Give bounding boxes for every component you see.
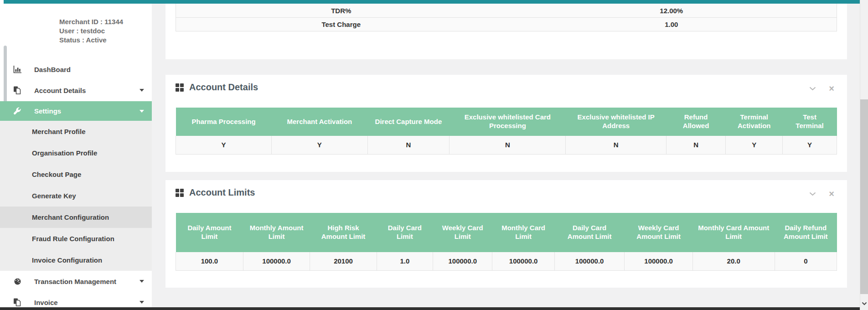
top-accent-bar — [4, 0, 860, 4]
cell-value: 20.0 — [692, 252, 775, 270]
cell-value: 0 — [775, 252, 837, 270]
submenu-item-checkout-page[interactable]: Checkout Page — [0, 164, 152, 185]
merchant-status-text: Status : Active — [59, 36, 123, 45]
column-header: Pharma Processing — [176, 108, 272, 136]
submenu-item-merchant-profile[interactable]: Merchant Profile — [0, 121, 152, 142]
sidebar-item-label: Transaction Management — [34, 278, 116, 285]
submenu-item-organisation-profile[interactable]: Organisation Profile — [0, 142, 152, 164]
column-header: Refund Allowed — [666, 108, 726, 136]
cell-value: 1.0 — [377, 252, 433, 270]
grid-icon — [176, 83, 184, 92]
vertical-scrollbar-thumb[interactable] — [860, 99, 868, 294]
panel-header: Account Limits × — [165, 180, 847, 203]
table-header-row: Pharma Processing Merchant Activation Di… — [176, 108, 837, 136]
cell-value: Y — [272, 136, 367, 154]
documents-icon — [13, 298, 22, 306]
cell-value: N — [450, 136, 566, 154]
panel-title-row: Account Details — [176, 82, 837, 93]
column-header: High Risk Amount Limit — [310, 213, 377, 252]
wrench-icon — [13, 107, 22, 115]
main-content: TDR% 12.00% Test Charge 1.00 Account Det… — [152, 4, 860, 307]
submenu-item-merchant-configuration[interactable]: Merchant Configuration — [0, 207, 152, 228]
column-header: Weekly Card Amount Limit — [625, 213, 692, 252]
submenu-item-fraud-rule-configuration[interactable]: Fraud Rule Configuration — [0, 228, 152, 249]
account-limits-table: Daily Amount Limit Monthly Amount Limit … — [176, 213, 837, 271]
merchant-config-top-section: TDR% 12.00% Test Charge 1.00 — [165, 4, 847, 59]
sidebar-item-transaction-management[interactable]: Transaction Management — [0, 271, 152, 292]
cell-value: N — [566, 136, 666, 154]
chevron-down-icon — [140, 301, 144, 304]
submenu-item-generate-key[interactable]: Generate Key — [0, 185, 152, 207]
account-details-table: Pharma Processing Merchant Activation Di… — [176, 108, 837, 155]
config-row-value: 1.00 — [506, 18, 837, 31]
close-icon[interactable]: × — [829, 189, 834, 198]
collapse-chevron-icon[interactable] — [809, 190, 816, 197]
cell-value: 100.0 — [176, 252, 243, 270]
cell-value: N — [367, 136, 450, 154]
vertical-scrollbar[interactable] — [860, 0, 868, 310]
account-details-panel: Account Details × Pharma Processing Merc… — [165, 75, 847, 172]
sidebar-item-account-details[interactable]: Account Details — [0, 80, 152, 101]
panel-actions: × — [809, 189, 834, 198]
cell-value: 100000.0 — [492, 252, 554, 270]
submenu-item-invoice-configuration[interactable]: Invoice Configuration — [0, 249, 152, 271]
column-header: Daily Card Amount Limit — [554, 213, 625, 252]
panel-header: Account Details × — [165, 75, 847, 98]
column-header: Exclusive whitelisted IP Address — [566, 108, 666, 136]
table-header-row: Daily Amount Limit Monthly Amount Limit … — [176, 213, 837, 252]
column-header: Monthly Card Amount Limit — [692, 213, 775, 252]
table-row: Test Charge 1.00 — [176, 17, 837, 31]
column-header: Daily Card Limit — [377, 213, 433, 252]
sidebar-item-label: Settings — [34, 107, 61, 115]
merchant-user-text: User : testdoc — [59, 26, 123, 36]
chevron-down-icon — [140, 110, 144, 113]
config-row-value: 12.00% — [506, 4, 837, 17]
sidebar-item-settings[interactable]: Settings — [0, 101, 152, 121]
column-header: Daily Refund Amount Limit — [775, 213, 837, 252]
sidebar-item-dashboard[interactable]: DashBoard — [0, 59, 152, 80]
chevron-down-icon — [140, 280, 144, 283]
sidebar-item-label: Invoice — [34, 299, 58, 306]
column-header: Weekly Card Limit — [433, 213, 492, 252]
merchant-id-text: Merchant ID : 11344 — [59, 17, 123, 26]
collapse-chevron-icon[interactable] — [809, 85, 816, 92]
column-header: Merchant Activation — [272, 108, 367, 136]
column-header: Test Terminal — [783, 108, 837, 136]
table-row: TDR% 12.00% — [176, 4, 837, 17]
page-title: Account Limits — [189, 187, 255, 198]
sidebar-item-label: DashBoard — [34, 66, 71, 73]
cell-value: 100000.0 — [554, 252, 625, 270]
panel-title-row: Account Limits — [176, 187, 837, 198]
sidebar-item-label: Account Details — [34, 87, 86, 94]
bar-chart-icon — [13, 65, 22, 73]
cell-value: Y — [783, 136, 837, 154]
column-header: Exclusive whitelisted Card Processing — [450, 108, 566, 136]
sidebar: Merchant ID : 11344 User : testdoc Statu… — [0, 4, 152, 307]
page-title: Account Details — [189, 82, 258, 93]
config-row-label: TDR% — [176, 4, 506, 17]
cell-value: Y — [726, 136, 783, 154]
cell-value: 20100 — [310, 252, 377, 270]
settings-submenu: Merchant Profile Organisation Profile Ch… — [0, 121, 152, 271]
column-header: Daily Amount Limit — [176, 213, 243, 252]
config-values-table: TDR% 12.00% Test Charge 1.00 — [176, 4, 837, 31]
column-header: Direct Capture Mode — [367, 108, 450, 136]
panel-actions: × — [809, 84, 834, 93]
account-limits-panel: Account Limits × Daily Amount Limit Mont… — [165, 180, 847, 288]
merchant-info: Merchant ID : 11344 User : testdoc Statu… — [59, 17, 123, 45]
cell-value: 100000.0 — [625, 252, 692, 270]
close-icon[interactable]: × — [829, 84, 834, 93]
cell-value: N — [666, 136, 726, 154]
column-header: Monthly Amount Limit — [243, 213, 310, 252]
column-header: Terminal Activation — [726, 108, 783, 136]
cell-value: 100000.0 — [243, 252, 310, 270]
column-header: Monthly Card Limit — [492, 213, 554, 252]
chevron-down-icon — [140, 89, 144, 92]
grid-icon — [176, 189, 184, 197]
cell-value: Y — [176, 136, 272, 154]
table-row: 100.0 100000.0 20100 1.0 100000.0 100000… — [176, 252, 837, 270]
documents-icon — [13, 86, 22, 94]
speedometer-icon — [13, 277, 22, 285]
bottom-edge-bar — [0, 307, 868, 310]
scroll-down-arrow-icon[interactable] — [862, 299, 867, 307]
